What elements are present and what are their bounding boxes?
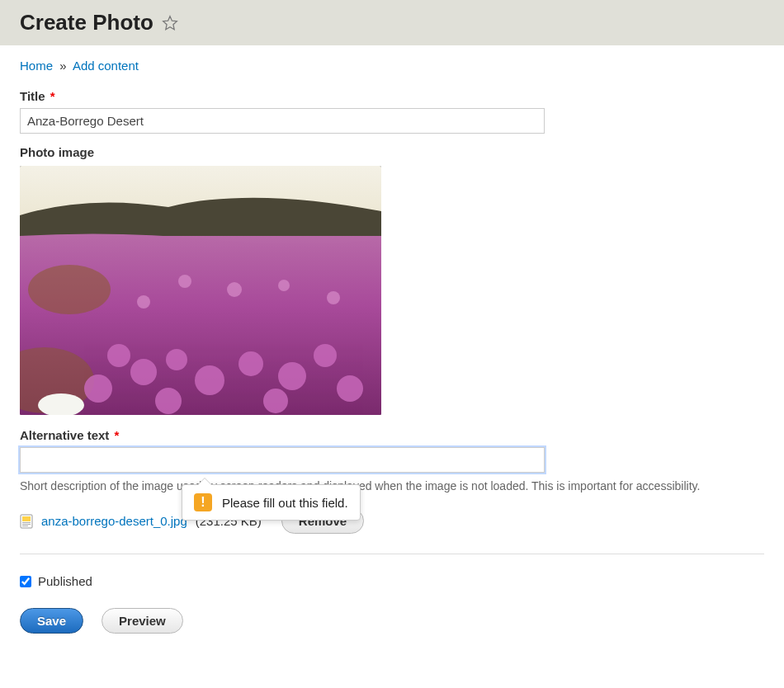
alt-text-input[interactable] <box>20 447 545 473</box>
save-button[interactable]: Save <box>20 608 83 634</box>
svg-point-10 <box>278 362 306 390</box>
preview-button[interactable]: Preview <box>102 608 183 634</box>
page-title: Create Photo <box>20 10 153 35</box>
favorite-star-icon[interactable] <box>162 15 178 31</box>
svg-point-12 <box>84 375 112 403</box>
alt-text-label: Alternative text * <box>20 428 764 442</box>
form-actions: Save Preview <box>20 608 764 634</box>
file-row: anza-borrego-desert_0.jpg (231.25 KB) Re… <box>20 508 764 534</box>
svg-rect-26 <box>22 525 28 526</box>
photo-preview <box>20 166 381 415</box>
svg-point-11 <box>314 344 337 367</box>
title-label: Title * <box>20 89 764 103</box>
svg-rect-23 <box>22 516 31 521</box>
svg-point-14 <box>155 388 182 414</box>
published-label[interactable]: Published <box>38 574 92 588</box>
svg-point-16 <box>178 275 191 288</box>
breadcrumb-home-link[interactable]: Home <box>20 59 53 73</box>
svg-point-15 <box>263 389 288 413</box>
title-input[interactable] <box>20 108 545 134</box>
alt-text-description: Short description of the image used by s… <box>20 478 764 495</box>
svg-point-7 <box>166 349 187 370</box>
photo-image-label: Photo image <box>20 145 764 159</box>
file-image-icon <box>20 514 33 529</box>
breadcrumb-add-content-link[interactable]: Add content <box>73 59 139 73</box>
svg-point-6 <box>130 359 157 385</box>
page-header: Create Photo <box>0 0 784 45</box>
file-name-link[interactable]: anza-borrego-desert_0.jpg <box>41 514 187 528</box>
validation-message: Please fill out this field. <box>222 496 348 510</box>
breadcrumb-separator: » <box>59 59 66 73</box>
validation-tooltip: ! Please fill out this field. <box>182 484 361 521</box>
svg-point-17 <box>227 282 242 297</box>
svg-point-20 <box>327 291 340 304</box>
svg-rect-24 <box>22 522 31 523</box>
svg-point-18 <box>278 280 290 291</box>
svg-rect-25 <box>22 524 31 525</box>
warning-icon: ! <box>194 493 212 511</box>
required-marker: * <box>50 89 55 103</box>
svg-point-13 <box>337 375 363 402</box>
svg-point-19 <box>137 295 150 309</box>
svg-point-9 <box>239 351 263 376</box>
required-marker: * <box>115 428 120 442</box>
svg-point-8 <box>195 365 224 395</box>
svg-point-5 <box>107 344 130 367</box>
breadcrumb: Home » Add content <box>20 59 764 73</box>
divider <box>20 554 764 554</box>
published-checkbox[interactable] <box>20 576 31 587</box>
svg-point-3 <box>28 265 111 314</box>
